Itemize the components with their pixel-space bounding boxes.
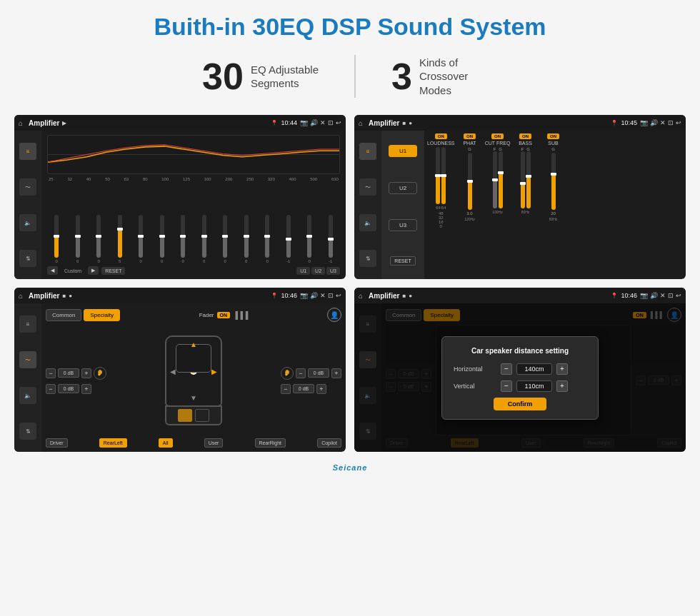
cross-icon-wave[interactable]: 〜 (359, 178, 376, 196)
time-4: 10:46 (621, 292, 637, 299)
on-badge-loudness: ON (435, 133, 447, 139)
cross-icon-spk[interactable]: 🔈 (359, 214, 376, 231)
status-bar-4: ⌂ Amplifier ■ ● 📍 10:46 📷 🔊 ✕ ⊡ ↩ (354, 288, 686, 303)
down-arrow[interactable]: ▼ (190, 394, 197, 402)
record-icon-1: ▶ (62, 120, 66, 126)
u2-preset[interactable]: U2 (389, 182, 417, 194)
rearleft-btn[interactable]: RearLeft (99, 438, 127, 448)
cross-sidebar: ≡ 〜 🔈 ⇅ (354, 131, 381, 279)
fader-slider[interactable]: ▐▐▐ (233, 311, 248, 319)
eq-icon-speaker[interactable]: 🔈 (19, 214, 36, 231)
u3-preset[interactable]: U3 (389, 219, 417, 231)
confirm-button[interactable]: Confirm (494, 398, 547, 410)
spk-icon-arr[interactable]: ⇅ (19, 423, 36, 440)
home-icon-2[interactable]: ⌂ (359, 119, 363, 127)
location-icon-3: 📍 (271, 293, 278, 299)
slider-2: 0 (76, 215, 80, 263)
db-minus-4[interactable]: − (281, 384, 291, 394)
on-badge-sub: ON (547, 133, 559, 139)
db-plus-3[interactable]: + (331, 368, 341, 378)
cross-icon-arr[interactable]: ⇅ (359, 250, 376, 267)
status-bar-1: ⌂ Amplifier ▶ 📍 10:44 📷 🔊 ✕ ⊡ ↩ (14, 115, 346, 131)
slider-14: -1 (329, 215, 333, 263)
screenshots-grid: ⌂ Amplifier ▶ 📍 10:44 📷 🔊 ✕ ⊡ ↩ ≡ 〜 🔈 ⇅ (0, 109, 700, 463)
location-icon-4: 📍 (611, 293, 618, 299)
eq-sidebar: ≡ 〜 🔈 ⇅ (14, 131, 41, 279)
common-tab[interactable]: Common (46, 309, 81, 321)
u3-btn[interactable]: U3 (326, 267, 340, 275)
db-minus-1[interactable]: − (46, 368, 56, 378)
reset-btn-1[interactable]: RESET (101, 267, 125, 275)
specialty-tab[interactable]: Specialty (84, 309, 119, 321)
bass-label: BASS (519, 141, 532, 146)
db-plus-2[interactable]: + (81, 384, 91, 394)
spk-sidebar: ≡ 〜 🔈 ⇅ (14, 303, 41, 452)
prev-btn[interactable]: ◀ (47, 266, 58, 275)
up-arrow[interactable]: ▲ (190, 340, 197, 348)
vertical-plus[interactable]: + (556, 380, 568, 392)
slider-12: -1 (286, 215, 291, 263)
horizontal-label: Horizontal (454, 365, 496, 373)
status-icons-3: 📷 🔊 ✕ ⊡ ↩ (300, 292, 341, 299)
db-plus-4[interactable]: + (316, 384, 326, 394)
spk-icon-spk[interactable]: 🔈 (19, 387, 36, 404)
mode-label: Custom (61, 267, 85, 275)
driver-btn[interactable]: Driver (46, 438, 68, 448)
db-val-1: 0 dB (58, 368, 79, 378)
eq-icon-arrows[interactable]: ⇅ (19, 250, 36, 267)
eq-icon-waveform[interactable]: 〜 (19, 178, 36, 196)
screen-distance: ⌂ Amplifier ■ ● 📍 10:46 📷 🔊 ✕ ⊡ ↩ ≡ 〜 🔈 … (354, 288, 686, 452)
spk-icon-eq[interactable]: ≡ (19, 315, 36, 333)
db-val-4: 0 dB (293, 384, 314, 393)
stat-eq-label: EQ AdjustableSegments (251, 63, 319, 91)
user-btn[interactable]: User (204, 438, 224, 448)
home-icon-4[interactable]: ⌂ (359, 292, 363, 300)
u2-btn[interactable]: U2 (311, 267, 325, 275)
all-btn[interactable]: All (159, 438, 173, 448)
time-2: 10:45 (621, 119, 637, 126)
stat-crossover-number: 3 (391, 55, 412, 98)
slider-13: 0 (307, 215, 311, 263)
eq-icon-equalizer[interactable]: ≡ (19, 143, 36, 160)
cross-main: ≡ 〜 🔈 ⇅ U1 U2 U3 RESET ON LOUDNESS (354, 131, 686, 279)
db-controls-right: 👂 − 0 dB + − 0 dB + (281, 325, 341, 435)
vertical-minus[interactable]: − (501, 380, 512, 392)
eq-sliders: 0 0 0 5 0 0 0 0 0 0 0 -1 0 -1 (47, 184, 340, 263)
slider-4: 5 (118, 215, 122, 263)
reset-btn-2[interactable]: RESET (390, 256, 415, 266)
cross-content: ON LOUDNESS 6464 4832160 ON PHAT (424, 131, 686, 279)
rearright-btn[interactable]: RearRight (255, 438, 286, 448)
fader-row: Fader ON ▐▐▐ (199, 311, 249, 319)
status-bar-3: ⌂ Amplifier ■ ● 📍 10:46 📷 🔊 ✕ ⊡ ↩ (14, 288, 346, 303)
record-icon-3: ■ (62, 293, 66, 299)
seat-indicator (178, 409, 192, 422)
modal-overlay: Car speaker distance setting Horizontal … (354, 303, 686, 452)
right-arrow[interactable]: ▶ (211, 367, 217, 375)
home-icon-1[interactable]: ⌂ (19, 119, 23, 127)
play-btn[interactable]: ▶ (88, 266, 99, 275)
db-plus-1[interactable]: + (81, 368, 91, 378)
page-title: Buith-in 30EQ DSP Sound System (0, 0, 700, 48)
vertical-value: 110cm (516, 380, 552, 392)
cross-presets: U1 U2 U3 RESET (381, 131, 424, 279)
stat-eq-number: 30 (202, 55, 244, 98)
horizontal-minus[interactable]: − (501, 363, 512, 375)
db-minus-2[interactable]: − (46, 384, 56, 394)
screen-speaker: ⌂ Amplifier ■ ● 📍 10:46 📷 🔊 ✕ ⊡ ↩ ≡ 〜 🔈 … (14, 288, 346, 452)
horizontal-plus[interactable]: + (556, 363, 568, 375)
u1-btn[interactable]: U1 (296, 267, 310, 275)
home-icon-3[interactable]: ⌂ (19, 292, 23, 300)
left-arrow[interactable]: ◀ (170, 367, 176, 375)
car-diagram: ▲ ▼ ◀ ▶ (112, 325, 275, 435)
copilot-btn[interactable]: Copilot (317, 438, 341, 448)
bottom-labels-row: Driver RearLeft All User RearRight Copil… (46, 438, 341, 448)
u1-preset[interactable]: U1 (389, 145, 417, 157)
sub-label: SUB (548, 141, 558, 146)
db-minus-3[interactable]: − (296, 368, 306, 378)
stat-crossover-label: Kinds ofCrossover Modes (419, 56, 498, 98)
ear-icon-2: 👂 (281, 367, 294, 380)
fader-on[interactable]: ON (217, 312, 231, 318)
spk-icon-wave[interactable]: 〜 (19, 351, 36, 368)
dist-main: ≡ 〜 🔈 ⇅ Common Specialty ON ▐▐▐ 👤 (354, 303, 686, 452)
cross-icon-eq[interactable]: ≡ (359, 143, 376, 160)
